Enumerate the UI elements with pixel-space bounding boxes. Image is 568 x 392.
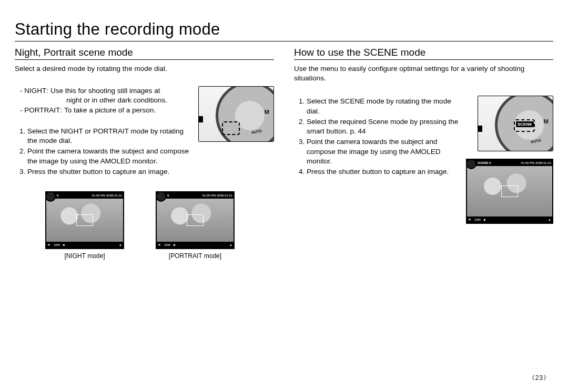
def-desc-night-2: night or in other dark conditions. [64, 96, 167, 105]
thumbnail-portrait: 5 01:00 PM 2008.01.01 👁 10M ■ ▲ [156, 191, 235, 249]
right-steps: Select the SCENE mode by rotating the mo… [307, 97, 461, 177]
page-title: Starting the recording mode [15, 5, 553, 42]
mode-dial-illustration-left: M AUTO [198, 86, 274, 142]
thumb-resolution: 10M [54, 243, 60, 246]
left-step-3: Press the shutter button to capture an i… [27, 167, 193, 177]
def-label-portrait: - PORTRAIT [20, 106, 60, 115]
right-step-2: Select the required Scene mode by pressi… [307, 117, 461, 136]
dial-m-icon: M [544, 118, 549, 125]
mode-indicator-icon [45, 191, 56, 202]
mode-definitions: - NIGHT : Use this for shooting still im… [20, 86, 193, 115]
thumb-mode: SCENE [478, 161, 489, 164]
thumb-timestamp: 01:00 PM 2008.01.01 [202, 194, 232, 197]
dial-highlight-dashed [514, 119, 535, 132]
left-steps: Select the NIGHT or PORTRAIT mode by rot… [27, 127, 193, 177]
left-step-2: Point the camera towards the subject and… [27, 147, 193, 166]
left-column: Night, Portrait scene mode Select a desi… [15, 47, 285, 260]
right-step-1: Select the SCENE mode by rotating the mo… [307, 97, 461, 116]
left-subheading: Night, Portrait scene mode [15, 47, 274, 60]
thumb-timestamp: 01:00 PM 2008.01.01 [92, 194, 122, 197]
thumb-count: 5 [489, 161, 491, 164]
right-step-4: Press the shutter button to capture an i… [307, 167, 461, 177]
caption-night: [NIGHT mode] [45, 252, 124, 260]
thumb-resolution: 10M [474, 218, 481, 221]
right-subheading: How to use the SCENE mode [294, 47, 553, 60]
thumbnail-scene: SCENE 5 01:00 PM 2008.01.01 👁 10M ■ ▲ [466, 159, 553, 224]
thumbnail-night: 5 01:00 PM 2008.01.01 👁 10M ■ ▲ [45, 191, 124, 249]
def-desc-portrait: To take a picture of a person. [62, 106, 156, 115]
thumb-timestamp: 01:00 PM 2008.01.01 [521, 161, 551, 164]
focus-target-icon [76, 214, 93, 226]
thumb-resolution: 10M [164, 243, 170, 246]
def-desc-night-1: Use this for shooting still images at [48, 86, 160, 96]
def-label-night: - NIGHT [20, 86, 46, 96]
mode-dial-illustration-right: M AUTO SCENE [478, 96, 553, 151]
left-step-1: Select the NIGHT or PORTRAIT mode by rot… [27, 127, 193, 146]
right-step-3: Point the camera towards the subject and… [307, 137, 461, 166]
page-number: 《23》 [529, 374, 550, 383]
right-intro: Use the menu to easily configure optimal… [294, 64, 553, 83]
dial-highlight-dashed [222, 121, 240, 135]
mode-indicator-icon [156, 191, 166, 202]
right-column: How to use the SCENE mode Use the menu t… [285, 47, 553, 260]
two-column-layout: Night, Portrait scene mode Select a desi… [15, 47, 553, 260]
focus-target-icon [187, 214, 204, 226]
left-thumbnails: 5 01:00 PM 2008.01.01 👁 10M ■ ▲ [NIGHT m… [45, 191, 274, 260]
thumb-count: 5 [57, 194, 58, 197]
thumb-count: 5 [167, 194, 169, 197]
dial-m-icon: M [265, 109, 269, 115]
focus-target-icon [501, 185, 518, 197]
left-intro: Select a desired mode by rotating the mo… [15, 64, 274, 74]
caption-portrait: [PORTRAIT mode] [156, 252, 235, 260]
